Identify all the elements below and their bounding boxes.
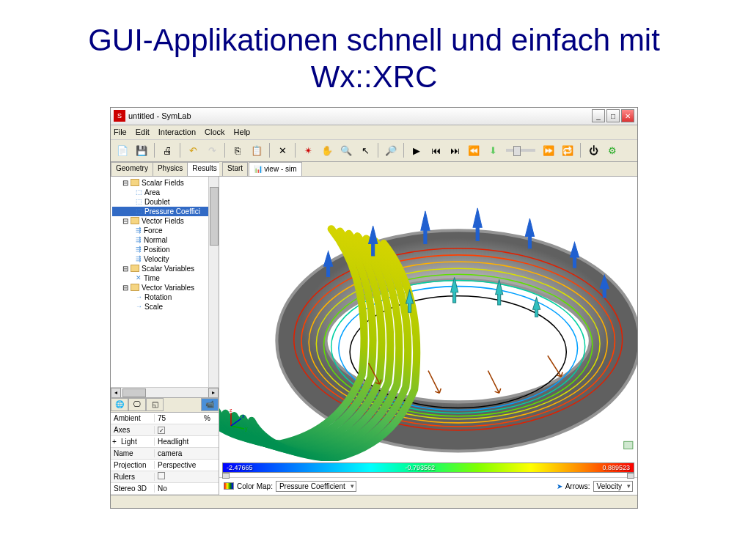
colormap-label: Color Map:: [237, 482, 273, 490]
close-button[interactable]: ✕: [621, 109, 634, 122]
slide-title: GUI-Applikationen schnell und einfach mi…: [0, 0, 748, 107]
prop-row-axes[interactable]: Axes✓: [111, 424, 219, 436]
scale-mid: -0.793562: [403, 464, 438, 471]
settings-button[interactable]: ⚙: [604, 141, 621, 159]
separator: [180, 143, 180, 158]
properties-panel: 🌐 🖵 ◱ 📹 Ambient75% Axes✓ +LightHeadlight…: [111, 397, 219, 495]
svg-line-13: [231, 426, 244, 429]
tab-physics[interactable]: Physics: [153, 162, 188, 176]
scroll-left-button[interactable]: ◂: [111, 388, 121, 398]
prop-tab-camera[interactable]: 📹: [201, 398, 219, 411]
redo-button[interactable]: ↷: [203, 141, 221, 159]
properties-grid: Ambient75% Axes✓ +LightHeadlight Namecam…: [111, 413, 219, 495]
prop-tab-cube[interactable]: ◱: [146, 398, 164, 411]
checkbox-icon[interactable]: ✓: [158, 427, 165, 434]
delete-button[interactable]: ✕: [274, 141, 291, 159]
menu-edit[interactable]: Edit: [136, 128, 150, 136]
color-scale[interactable]: -2.47665 -0.793562 0.889523: [222, 463, 634, 473]
tab-geometry[interactable]: Geometry: [111, 162, 153, 176]
colormap-icon: [224, 482, 234, 490]
separator: [580, 143, 581, 158]
tab-start[interactable]: Start: [222, 162, 248, 176]
tree-item-velocity[interactable]: ⇶Velocity: [112, 254, 217, 264]
menu-clock[interactable]: Clock: [205, 128, 225, 136]
minimize-button[interactable]: _: [592, 109, 605, 122]
left-panel: Geometry Physics Results ⊟Scalar Fields …: [111, 162, 219, 495]
statusbar: [111, 495, 637, 508]
separator: [403, 143, 404, 158]
pointer-button[interactable]: ↖: [356, 141, 374, 159]
play-button[interactable]: ▶: [408, 141, 425, 159]
tree-hscrollbar[interactable]: ◂ ▸: [111, 387, 219, 397]
menu-help[interactable]: Help: [234, 128, 251, 136]
step-back-button[interactable]: ⏮: [427, 141, 444, 159]
arrows-icon: ➤: [557, 482, 562, 490]
tree-item-position[interactable]: ⇶Position: [112, 245, 217, 254]
main-area: Geometry Physics Results ⊟Scalar Fields …: [111, 162, 637, 495]
tree-folder-vector-vars[interactable]: ⊟Vector Variables: [112, 283, 217, 292]
tree-item-time[interactable]: ✕Time: [112, 273, 217, 283]
tree-item-pressure[interactable]: ⬚Pressure Coeffici: [112, 207, 217, 216]
step-fwd-button[interactable]: ⏭: [446, 141, 463, 159]
power-button[interactable]: ⏻: [584, 141, 602, 159]
zoom-button[interactable]: 🔍: [337, 141, 355, 159]
prop-row-rulers[interactable]: Rulers: [111, 471, 219, 483]
prop-row-light[interactable]: +LightHeadlight: [111, 436, 219, 448]
tree-item-normal[interactable]: ⇶Normal: [112, 235, 217, 245]
speed-slider[interactable]: [506, 149, 535, 152]
maximize-button[interactable]: □: [606, 109, 620, 122]
tree-item-rotation[interactable]: →Rotation: [112, 292, 217, 302]
separator: [154, 143, 155, 158]
simulation-render: [219, 177, 637, 461]
tree-folder-scalar-fields[interactable]: ⊟Scalar Fields: [112, 178, 217, 188]
tree-item-area[interactable]: ⬚Area: [112, 188, 217, 197]
scale-handle-max[interactable]: [627, 473, 634, 479]
loop-button[interactable]: 🔁: [559, 141, 576, 159]
prop-row-name[interactable]: Namecamera: [111, 448, 219, 460]
results-tree[interactable]: ⊟Scalar Fields ⬚Area ⬚Doublet ⬚Pressure …: [111, 177, 219, 387]
scroll-right-button[interactable]: ▸: [208, 388, 219, 398]
copy-button[interactable]: ⎘: [229, 141, 246, 159]
separator: [378, 143, 378, 158]
toolbar: 📄 💾 🖨 ↶ ↷ ⎘ 📋 ✕ ✴ ✋ 🔍 ↖ 🔎 ▶ ⏮ ⏭ ⏪ ⬇ ⏩ 🔁 …: [111, 140, 637, 162]
tree-folder-scalar-vars[interactable]: ⊟Scalar Variables: [112, 264, 217, 273]
rewind-button[interactable]: ⏪: [465, 141, 483, 159]
prop-row-ambient[interactable]: Ambient75%: [111, 413, 219, 424]
prop-row-stereo[interactable]: Stereo 3DNo: [111, 483, 219, 495]
prop-tab-globe[interactable]: 🌐: [111, 398, 128, 411]
prop-tab-monitor[interactable]: 🖵: [128, 398, 146, 411]
color-scale-row: -2.47665 -0.793562 0.889523: [219, 461, 637, 477]
tree-vscrollbar[interactable]: [208, 177, 219, 387]
scale-max: 0.889523: [600, 464, 632, 471]
checkbox-icon[interactable]: [158, 472, 165, 479]
pan-button[interactable]: ✋: [318, 141, 336, 159]
colormap-select[interactable]: Pressure Coefficient: [276, 481, 356, 492]
tree-item-force[interactable]: ⇶Force: [112, 226, 217, 235]
save-button[interactable]: 💾: [133, 141, 150, 159]
undo-button[interactable]: ↶: [184, 141, 202, 159]
menu-file[interactable]: File: [114, 128, 127, 136]
tab-results[interactable]: Results: [187, 162, 221, 176]
titlebar[interactable]: S untitled - SymLab _ □ ✕: [111, 108, 637, 125]
speed-down-icon[interactable]: ⬇: [484, 141, 502, 159]
paste-button[interactable]: 📋: [248, 141, 265, 159]
tree-item-doublet[interactable]: ⬚Doublet: [112, 197, 217, 207]
left-tabs: Geometry Physics Results: [111, 162, 219, 177]
print-button[interactable]: 🖨: [158, 141, 176, 159]
3d-viewport[interactable]: z y x: [219, 177, 637, 461]
rotate-button[interactable]: ✴: [299, 141, 317, 159]
right-tabs: Start 📊view - sim: [219, 162, 637, 177]
right-panel: Start 📊view - sim: [219, 162, 637, 495]
separator: [295, 143, 296, 158]
tree-item-scale[interactable]: →Scale: [112, 302, 217, 312]
menu-interaction[interactable]: Interaction: [158, 128, 196, 136]
zoom-fit-button[interactable]: 🔎: [382, 141, 400, 159]
fast-fwd-button[interactable]: ⏩: [540, 141, 557, 159]
new-button[interactable]: 📄: [114, 141, 131, 159]
tree-folder-vector-fields[interactable]: ⊟Vector Fields: [112, 216, 217, 226]
scale-handle-min[interactable]: [222, 473, 230, 479]
prop-tabs: 🌐 🖵 ◱ 📹: [111, 398, 219, 413]
arrows-select[interactable]: Velocity: [593, 481, 633, 492]
tab-view-sim[interactable]: 📊view - sim: [249, 162, 301, 176]
prop-row-projection[interactable]: ProjectionPerspective: [111, 460, 219, 471]
